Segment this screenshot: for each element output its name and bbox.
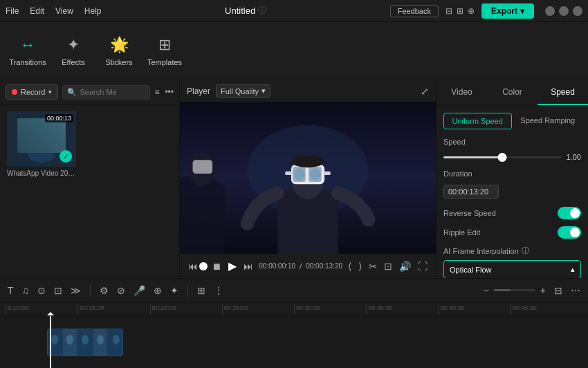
skip-fwd-button[interactable]: ⏭ [242,259,255,273]
title-bar: File Edit View Help Untitled ⓘ Feedback … [0,0,588,22]
mark-in-button[interactable]: ⟨ [347,259,353,273]
reverse-speed-row: Reverse Speed [443,207,581,219]
mark-out-button[interactable]: ⟩ [357,259,363,273]
maximize-button[interactable]: □ [559,6,569,16]
close-button[interactable]: × [573,6,582,16]
magic-tool-button[interactable]: ✦ [168,283,181,298]
svg-rect-2 [32,131,51,140]
ripple-edit-toggle[interactable] [558,226,581,239]
window-icon-1[interactable]: ⊟ [445,6,452,16]
split-button-2[interactable]: ⋮ [212,283,226,298]
player-expand-icon[interactable]: ⤢ [421,86,429,97]
record-button[interactable]: Record ▾ [6,84,58,100]
filter-icon[interactable]: ≡ [154,87,159,97]
left-panel: Record ▾ 🔍 ≡ ••• [0,80,180,278]
total-time: 00:00:13:20 [306,262,342,270]
window-icon-3[interactable]: ⊕ [468,6,475,16]
search-input[interactable] [80,88,145,96]
zoom-in-button[interactable]: + [538,283,548,298]
effect-tool-button[interactable]: ⊙ [35,283,48,298]
clip-preview-svg [48,329,123,356]
export-chevron-icon: ▾ [520,6,524,16]
main-toolbar: ↔ Transitions ✦ Effects 🌟 Stickers ⊞ Tem… [0,22,588,80]
minimize-button[interactable]: ─ [545,6,555,16]
ai-frame-info-icon[interactable]: ⓘ [522,246,529,256]
mic-tool-button[interactable]: 🎤 [131,283,147,298]
audio-tool-button[interactable]: ♫ [20,283,32,298]
menu-edit[interactable]: Edit [30,6,44,16]
playhead[interactable] [50,316,51,368]
media-thumbnail[interactable]: 00:00:13 ✓ [7,111,76,167]
overlay-button[interactable]: ⊡ [383,259,394,273]
clip-button[interactable]: ✂ [367,259,378,273]
more-icon[interactable]: ••• [165,87,174,97]
duration-row: Duration [443,169,581,178]
reverse-speed-toggle[interactable] [558,207,581,219]
progress-bar[interactable] [203,265,206,268]
speed-slider-track[interactable] [443,156,561,158]
media-check-icon: ✓ [59,150,72,163]
stop-button[interactable]: ⏹ [210,259,223,273]
merge-tool-button[interactable]: ⊕ [151,283,164,298]
time-separator: / [300,262,302,270]
text-tool-button[interactable]: T [6,283,16,298]
timeline: T ♫ ⊙ ⊡ ≫ ⚙ ⊘ 🎤 ⊕ ✦ ⊞ ⋮ − + ⊟ ⋯ 0:10:00 … [0,278,588,368]
zoom-slider[interactable] [494,289,535,291]
more-tools-button[interactable]: ≫ [68,283,83,298]
toolbar-templates[interactable]: ⊞ Templates [143,26,187,76]
window-icon-2[interactable]: ⊞ [457,6,463,16]
media-item[interactable]: 00:00:13 ✓ WhatsApp Video 2023-10-05... [7,111,76,177]
tab-color[interactable]: Color [487,80,538,105]
svg-point-30 [97,335,104,344]
ruler-mark-7: 00:45:00 [511,304,582,314]
current-time: 00:00:00:10 [259,262,295,270]
toolbar-effects[interactable]: ✦ Effects [51,26,95,76]
menu-view[interactable]: View [55,6,73,16]
grid-button[interactable]: ⊞ [195,283,208,298]
menu-help[interactable]: Help [84,6,102,16]
fullscreen-button[interactable]: ⛶ [416,259,429,273]
search-box[interactable]: 🔍 [62,85,150,100]
ruler-mark-5: 00:35:00 [366,304,438,314]
tab-speed[interactable]: Speed [538,80,588,105]
settings-tool-button[interactable]: ⚙ [98,283,111,298]
menu-file[interactable]: File [6,6,19,16]
stickers-label: Stickers [105,58,132,66]
tab-video[interactable]: Video [437,80,487,105]
ripple-edit-label: Ripple Edit [443,228,480,237]
svg-rect-17 [323,172,331,175]
speed-ramping-tab[interactable]: Speed Ramping [515,113,582,129]
right-panel: Video Color Speed Uniform Speed Speed Ra… [436,80,588,278]
speed-slider-container: 1.00 [443,153,581,161]
svg-point-29 [82,335,89,344]
ruler-mark-3: 00:25:00 [222,304,294,314]
video-content-svg [180,102,436,254]
zoom-fill [494,289,511,291]
quality-select[interactable]: Full Quality ▾ [216,84,270,98]
svg-rect-20 [193,160,212,174]
volume-button[interactable]: 🔊 [398,259,412,273]
speed-label: Speed [443,138,466,146]
svg-point-14 [294,168,304,181]
duration-input[interactable] [443,185,499,199]
track-clip[interactable] [47,329,123,356]
uniform-speed-tab[interactable]: Uniform Speed [443,113,512,129]
skip-back-button[interactable]: ⏮ [187,259,199,273]
ai-mode-dropdown[interactable]: Optical Flow ▴ [443,260,581,278]
svg-point-28 [66,335,73,344]
export-button[interactable]: Export ▾ [481,3,534,19]
toolbar-transitions[interactable]: ↔ Transitions [6,26,50,76]
feedback-button[interactable]: Feedback [390,5,439,17]
timeline-dots-button[interactable]: ⋯ [569,283,582,298]
zoom-out-button[interactable]: − [481,283,491,298]
split-tool-button[interactable]: ⊘ [115,283,127,298]
tl-separator-2 [187,284,188,297]
speed-slider-handle[interactable] [497,153,506,162]
progress-handle[interactable] [199,262,208,270]
toolbar-stickers[interactable]: 🌟 Stickers [97,26,141,76]
layers-button[interactable]: ⊟ [552,283,564,298]
clip-thumbnail [48,329,122,356]
crop-tool-button[interactable]: ⊡ [52,283,64,298]
play-button[interactable]: ▶ [227,258,238,274]
media-grid: 00:00:13 ✓ WhatsApp Video 2023-10-05... [0,104,179,278]
